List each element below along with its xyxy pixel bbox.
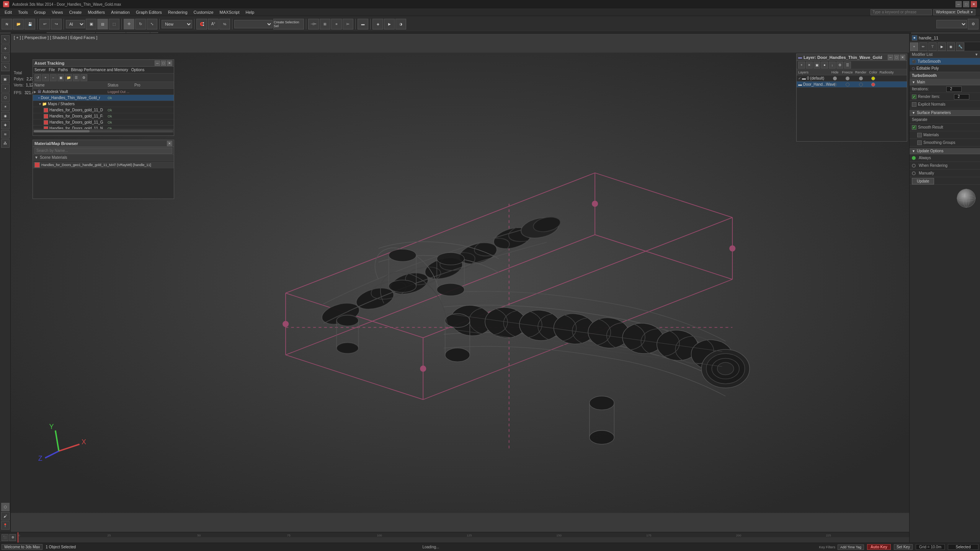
menu-help[interactable]: Help [243, 9, 258, 15]
le-extra-btn[interactable]: ☰ [844, 62, 851, 68]
at-menu-file[interactable]: File [49, 68, 55, 72]
smoothing-groups-checkbox[interactable] [917, 140, 922, 145]
menu-views[interactable]: Views [49, 9, 66, 15]
tool-rotate[interactable]: ↻ [1, 54, 10, 62]
at-menu-bitmap-perf[interactable]: Bitmap Performance and Memory [71, 68, 128, 72]
at-gear-btn[interactable]: ⚙ [80, 74, 87, 81]
table-row[interactable]: Handles_for_Doors_gold_11_Fresnel.png Ok [33, 113, 174, 119]
table-row[interactable]: ▶ 🏛 Autodesk Vault Logged Out ... [33, 89, 174, 95]
window-controls[interactable]: ─ □ ✕ [956, 1, 977, 7]
at-menu-paths[interactable]: Paths [58, 68, 68, 72]
table-row[interactable]: ▼ 📁 Maps / Shaders [33, 101, 174, 107]
le-select-btn[interactable]: ▣ [813, 62, 820, 68]
menu-rendering[interactable]: Rendering [165, 9, 191, 15]
table-row[interactable]: Handles_for_Doors_gold_11_Glossiness.png… [33, 119, 174, 126]
materials-checkbox[interactable] [917, 133, 922, 137]
key-mode-btn[interactable]: ⬛ [2, 534, 8, 541]
tool-move[interactable]: ✛ [1, 44, 10, 53]
at-collapse-btn[interactable]: − [50, 74, 57, 81]
table-row[interactable]: Handles_for_Doors_gold_11_Diffuse.png Ok [33, 107, 174, 113]
at-paths-btn[interactable]: 📁 [65, 74, 72, 81]
create-selection-btn[interactable]: Create Selection Sel [273, 19, 304, 29]
modifier-stack[interactable]: ⚫ TurboSmooth ⬡ Editable Poly [910, 58, 980, 72]
save-btn[interactable]: 💾 [24, 19, 35, 29]
le-delete-btn[interactable]: ✕ [806, 62, 813, 68]
always-radio[interactable] [912, 156, 916, 160]
array-btn[interactable]: ⊞ [320, 19, 330, 29]
set-key-btn[interactable]: Set Key [894, 544, 913, 550]
menu-group[interactable]: Group [31, 9, 49, 15]
close-btn[interactable]: ✕ [971, 1, 977, 7]
display-tab[interactable]: ◉ [947, 42, 955, 51]
workspace-dropdown[interactable]: Workspace: Default ▾ [933, 9, 975, 15]
render-setup-btn[interactable]: ◈ [372, 19, 383, 29]
menu-create[interactable]: Create [66, 9, 85, 15]
at-filter-btn[interactable]: ☰ [73, 74, 80, 81]
tool-paint[interactable]: 🖌 [1, 512, 10, 520]
percent-snap-btn[interactable]: % [219, 19, 230, 29]
search-input[interactable] [871, 9, 932, 15]
scrollbar-thumb[interactable] [34, 130, 90, 132]
le-minimize-btn[interactable]: ─ [888, 55, 893, 60]
le-select-objs-btn[interactable]: ● [821, 62, 828, 68]
tool-edit-poly[interactable]: ⬡ [1, 503, 10, 511]
menu-tools[interactable]: Tools [15, 9, 31, 15]
smooth-result-checkbox[interactable]: ✓ [912, 125, 916, 130]
when-rendering-radio[interactable] [912, 164, 916, 168]
list-item[interactable]: Handles_for_Doors_geo1_handle_gold_11_MA… [33, 161, 174, 168]
explicit-normals-checkbox[interactable] [912, 102, 916, 107]
update-options-header[interactable]: ▼ Update Options [910, 148, 980, 154]
render-iters-checkbox[interactable]: ✓ [912, 95, 916, 99]
list-item[interactable]: ⬡ Editable Poly [910, 65, 980, 72]
material-search-input[interactable] [34, 148, 172, 154]
new-btn[interactable]: N [2, 19, 12, 29]
tool-snap-obj[interactable]: 📍 [1, 521, 10, 530]
select-window-crossing-btn[interactable]: ⬚ [109, 19, 119, 29]
at-select-btn[interactable]: ▣ [57, 74, 64, 81]
at-refresh-btn[interactable]: ↺ [34, 74, 41, 81]
table-row[interactable]: ▪ Door_Handles_Thin_Wave_Gold_max_vray.m… [33, 95, 174, 101]
time-controls-left[interactable]: ⬛ ⚙ [0, 534, 18, 541]
utility-tab[interactable]: 🔧 [956, 42, 964, 51]
quick-align-btn[interactable]: ⊨ [343, 19, 353, 29]
horizontal-scrollbar[interactable] [33, 129, 174, 133]
tool-geometry[interactable]: ▪ [1, 84, 10, 93]
layer-manager-btn[interactable]: ▬ [358, 19, 368, 29]
tool-select[interactable]: ↖ [1, 35, 10, 44]
open-btn[interactable]: 📂 [13, 19, 24, 29]
mirror-btn[interactable]: ⊣⊢ [308, 19, 319, 29]
add-time-tag-btn[interactable]: Add Time Tag [838, 544, 864, 550]
tool-spacewarps[interactable]: ≋ [1, 130, 10, 139]
menu-graph-editors[interactable]: Graph Editors [133, 9, 165, 15]
mb-close-btn[interactable]: ✕ [167, 141, 172, 146]
move-btn[interactable]: ✛ [124, 19, 134, 29]
table-row[interactable]: Handles_for_Doors_gold_11_Normal.png Ok [33, 126, 174, 129]
mb-panel-controls[interactable]: ✕ [167, 141, 172, 146]
align-btn[interactable]: ≡ [331, 19, 342, 29]
at-minimize-btn[interactable]: ─ [155, 60, 160, 66]
select-btn[interactable]: ▣ [86, 19, 96, 29]
iterations-input[interactable] [946, 86, 962, 92]
le-gear-btn[interactable]: ⚙ [836, 62, 843, 68]
maximize-btn[interactable]: □ [963, 1, 969, 7]
tool-shapes[interactable]: ⬡ [1, 93, 10, 102]
scrollbar-track[interactable] [34, 130, 173, 132]
asset-tracking-table-body[interactable]: ▶ 🏛 Autodesk Vault Logged Out ... ▪ Door… [33, 89, 174, 129]
panel-controls[interactable]: ─ □ ✕ [155, 60, 172, 66]
le-panel-controls[interactable]: ─ □ ✕ [888, 55, 905, 60]
motion-tab[interactable]: ▶ [938, 42, 946, 51]
at-expand-btn[interactable]: + [42, 74, 49, 81]
le-new-layer-btn[interactable]: + [798, 62, 805, 68]
at-close-btn[interactable]: ✕ [167, 60, 172, 66]
select-region-btn[interactable]: ▤ [97, 19, 108, 29]
menu-modifiers[interactable]: Modifiers [85, 9, 108, 15]
angle-snap-btn[interactable]: A° [208, 19, 219, 29]
tool-systems[interactable]: ⁂ [1, 139, 10, 148]
ref-coord-dropdown[interactable]: New [162, 20, 192, 28]
tool-cameras[interactable]: ◉ [1, 112, 10, 120]
menu-edit[interactable]: Edit [2, 9, 15, 15]
list-item[interactable]: ⚫ TurboSmooth [910, 58, 980, 65]
le-maximize-btn[interactable]: □ [894, 55, 899, 60]
tool-create[interactable]: ▣ [1, 75, 10, 83]
tool-scale[interactable]: ⤡ [1, 63, 10, 71]
